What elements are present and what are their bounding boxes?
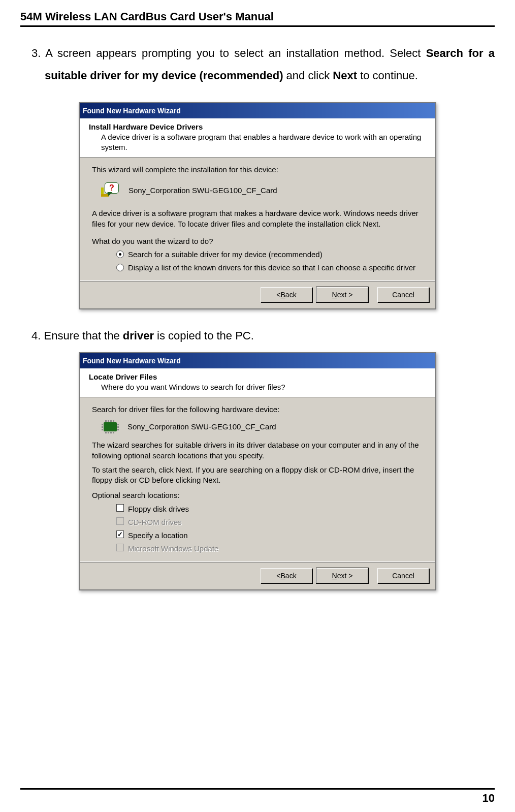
wizard2-line1: Search for driver files for the followin… bbox=[92, 404, 423, 415]
step-number: 3. bbox=[31, 47, 41, 59]
wizard2-para2: The wizard searches for suitable drivers… bbox=[92, 440, 423, 461]
wizard2-header-desc: Where do you want Windows to search for … bbox=[101, 382, 429, 392]
chip-icon bbox=[101, 420, 119, 434]
step4-text-a: Ensure that the bbox=[44, 329, 122, 342]
step-bold-b: Next bbox=[333, 69, 357, 82]
next-button[interactable]: Next > bbox=[316, 287, 368, 302]
wizard1-header-pane: Install Hardware Device Drivers A device… bbox=[80, 118, 435, 158]
wizard2-titlebar: Found New Hardware Wizard bbox=[80, 353, 435, 368]
checkbox-unchecked-icon[interactable] bbox=[116, 504, 124, 512]
document-header: 54M Wireless LAN CardBus Card User's Man… bbox=[20, 10, 495, 27]
step-text-c: to continue. bbox=[357, 69, 418, 82]
wizard1-body: This wizard will complete the installati… bbox=[80, 158, 435, 280]
step-4-text: 4. Ensure that the driver is copied to t… bbox=[20, 325, 495, 347]
wizard1-opt1-text: Search for a suitable driver for my devi… bbox=[128, 249, 323, 260]
wizard1-device-name: Sony_Corporation SWU-GEG100_CF_Card bbox=[128, 185, 277, 196]
step4-text-b: is copied to the PC. bbox=[154, 329, 254, 342]
wizard2-header-pane: Locate Driver Files Where do you want Wi… bbox=[80, 368, 435, 398]
cancel-button[interactable]: Cancel bbox=[377, 287, 429, 302]
step-text-b: and click bbox=[283, 69, 333, 82]
wizard1-option2[interactable]: Display a list of the known drivers for … bbox=[116, 263, 423, 273]
page-number: 10 bbox=[482, 792, 495, 805]
wizard-window-1: Found New Hardware Wizard Install Hardwa… bbox=[79, 102, 436, 309]
step-text-a: A screen appears prompting you to select… bbox=[45, 47, 426, 59]
back-button[interactable]: < Back bbox=[261, 568, 312, 583]
next-button[interactable]: Next > bbox=[316, 568, 368, 583]
wizard1-question: What do you want the wizard to do? bbox=[92, 236, 423, 246]
wizard1-option-group: Search for a suitable driver for my devi… bbox=[116, 249, 423, 273]
wizard2-chk4-text: Microsoft Windows Update bbox=[128, 544, 218, 554]
wizard1-device-row: ? Sony_Corporation SWU-GEG100_CF_Card bbox=[101, 181, 423, 200]
radio-selected-icon[interactable] bbox=[116, 251, 124, 258]
screenshot-1: Found New Hardware Wizard Install Hardwa… bbox=[20, 102, 495, 309]
cancel-button[interactable]: Cancel bbox=[377, 568, 429, 583]
wizard1-titlebar: Found New Hardware Wizard bbox=[80, 103, 435, 118]
wizard1-opt2-text: Display a list of the known drivers for … bbox=[128, 263, 415, 273]
wizard2-chk4: Microsoft Windows Update bbox=[116, 544, 423, 554]
step4-bold-a: driver bbox=[123, 329, 154, 342]
checkbox-checked-icon[interactable] bbox=[116, 530, 124, 538]
wizard1-footer: < Back Next > Cancel bbox=[80, 280, 435, 308]
checkbox-disabled-icon bbox=[116, 517, 124, 525]
checkbox-disabled-icon bbox=[116, 544, 124, 551]
wizard2-chk2: CD-ROM drives bbox=[116, 517, 423, 527]
wizard2-body: Search for driver files for the followin… bbox=[80, 397, 435, 561]
wizard2-chk1-text: Floppy disk drives bbox=[128, 504, 189, 514]
wizard2-checkbox-group: Floppy disk drives CD-ROM drives Specify… bbox=[116, 504, 423, 554]
document-page: 54M Wireless LAN CardBus Card User's Man… bbox=[0, 0, 515, 812]
wizard2-header-title: Locate Driver Files bbox=[89, 372, 429, 381]
wizard2-chk3[interactable]: Specify a location bbox=[116, 530, 423, 541]
wizard2-footer: < Back Next > Cancel bbox=[80, 561, 435, 589]
step-3-text: 3. A screen appears prompting you to sel… bbox=[20, 42, 495, 87]
radio-unselected-icon[interactable] bbox=[116, 264, 124, 271]
page-footer: 10 bbox=[20, 788, 495, 805]
wizard2-optlabel: Optional search locations: bbox=[92, 490, 423, 501]
wizard2-chk2-text: CD-ROM drives bbox=[128, 517, 182, 527]
wizard2-device-name: Sony_Corporation SWU-GEG100_CF_Card bbox=[127, 422, 276, 432]
wizard1-line1: This wizard will complete the installati… bbox=[92, 165, 423, 175]
question-device-icon: ? bbox=[101, 181, 120, 200]
wizard2-device-row: Sony_Corporation SWU-GEG100_CF_Card bbox=[101, 420, 423, 434]
wizard2-chk1[interactable]: Floppy disk drives bbox=[116, 504, 423, 514]
wizard1-option1[interactable]: Search for a suitable driver for my devi… bbox=[116, 249, 423, 260]
wizard2-chk3-text: Specify a location bbox=[128, 530, 188, 541]
wizard1-header-desc: A device driver is a software program th… bbox=[101, 132, 429, 152]
screenshot-2: Found New Hardware Wizard Locate Driver … bbox=[20, 352, 495, 590]
wizard1-para2: A device driver is a software program th… bbox=[92, 208, 423, 229]
step4-number: 4. bbox=[31, 329, 41, 342]
wizard2-para3: To start the search, click Next. If you … bbox=[92, 465, 423, 486]
wizard-window-2: Found New Hardware Wizard Locate Driver … bbox=[79, 352, 436, 590]
wizard1-header-title: Install Hardware Device Drivers bbox=[89, 122, 429, 131]
back-button[interactable]: < Back bbox=[261, 287, 312, 302]
